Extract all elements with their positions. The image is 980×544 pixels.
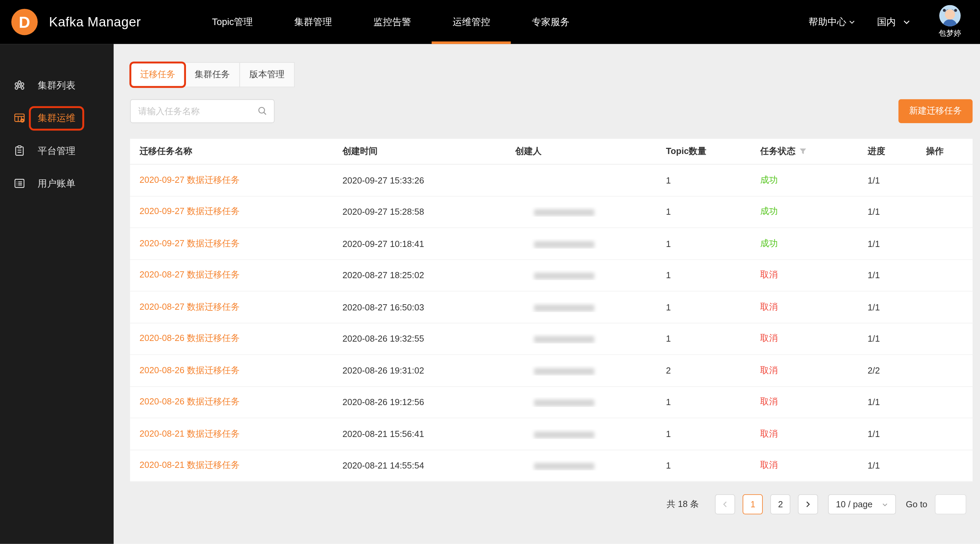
- user-name: 包梦婷: [939, 28, 961, 39]
- nav-item-monitor[interactable]: 监控告警: [353, 0, 432, 44]
- task-name-link[interactable]: 2020-08-21 数据迁移任务: [139, 428, 240, 438]
- task-status: 取消: [760, 333, 778, 343]
- creator-cell: [515, 397, 666, 407]
- table-row: 2020-08-26 数据迁移任务 2020-08-26 19:32:55 1 …: [130, 323, 972, 355]
- topic-count: 1: [666, 397, 760, 407]
- col-task-status: 任务状态: [760, 146, 868, 157]
- sidebar-item-cluster-list[interactable]: 集群列表: [0, 69, 114, 102]
- task-name-link[interactable]: 2020-09-27 数据迁移任务: [139, 174, 240, 184]
- sidebar-item-billing[interactable]: 用户账单: [0, 167, 114, 200]
- progress: 1/1: [868, 429, 926, 439]
- creator-cell: [515, 429, 666, 439]
- created-time: 2020-08-26 19:32:55: [342, 334, 515, 344]
- created-time: 2020-08-21 14:55:54: [342, 461, 515, 471]
- task-name-link[interactable]: 2020-08-26 数据迁移任务: [139, 397, 240, 406]
- sidebar-item-label: 集群运维: [38, 112, 75, 124]
- col-actions: 操作: [926, 146, 972, 157]
- sidebar-item-platform[interactable]: 平台管理: [0, 135, 114, 167]
- region-menu[interactable]: 国内: [877, 16, 911, 28]
- goto-label: Go to: [906, 500, 928, 509]
- task-name-link[interactable]: 2020-09-27 数据迁移任务: [139, 238, 240, 247]
- page-1-button[interactable]: 1: [743, 494, 763, 514]
- chevron-down-icon: [848, 18, 856, 26]
- sidebar-item-cluster-ops[interactable]: 集群运维: [0, 102, 114, 135]
- nav-item-topic[interactable]: Topic管理: [191, 0, 274, 44]
- table-row: 2020-09-27 数据迁移任务 2020-09-27 10:18:41 1 …: [130, 228, 972, 260]
- table-row: 2020-08-21 数据迁移任务 2020-08-21 14:55:54 1 …: [130, 450, 972, 482]
- task-name-link[interactable]: 2020-09-27 数据迁移任务: [139, 206, 240, 216]
- progress: 1/1: [868, 238, 926, 248]
- col-topic-count: Topic数量: [666, 146, 760, 157]
- creator-cell: [515, 207, 666, 217]
- sidebar: 集群列表 集群运维 平台管理: [0, 44, 114, 544]
- task-name-link[interactable]: 2020-08-27 数据迁移任务: [139, 270, 240, 279]
- toolbar: 新建迁移任务: [130, 99, 972, 123]
- topic-count: 1: [666, 238, 760, 248]
- col-creator: 创建人: [515, 146, 666, 157]
- task-name-link[interactable]: 2020-08-26 数据迁移任务: [139, 365, 240, 374]
- created-time: 2020-09-27 10:18:41: [342, 238, 515, 248]
- prev-page-button[interactable]: [715, 494, 735, 514]
- pagination: 共 18 条 1 2 10 / page Go to: [130, 494, 972, 514]
- page-size-select[interactable]: 10 / page: [828, 494, 896, 514]
- tab-cluster-tasks[interactable]: 集群任务: [185, 62, 240, 87]
- task-status: 取消: [760, 428, 778, 438]
- next-page-button[interactable]: [798, 494, 818, 514]
- goto-page-input[interactable]: [935, 494, 967, 514]
- app-title: Kafka Manager: [49, 14, 141, 30]
- app-logo[interactable]: D: [11, 9, 38, 35]
- progress: 1/1: [868, 270, 926, 280]
- created-time: 2020-08-27 18:25:02: [342, 270, 515, 280]
- tab-bar: 迁移任务 集群任务 版本管理: [130, 62, 972, 87]
- creator-cell: [515, 461, 666, 471]
- task-name-link[interactable]: 2020-08-27 数据迁移任务: [139, 301, 240, 311]
- top-nav: Topic管理 集群管理 监控告警 运维管控 专家服务: [191, 0, 590, 44]
- progress: 2/2: [868, 365, 926, 375]
- creator-cell: [515, 334, 666, 344]
- progress: 1/1: [868, 397, 926, 407]
- nav-item-ops[interactable]: 运维管控: [432, 0, 511, 44]
- nav-item-cluster[interactable]: 集群管理: [274, 0, 353, 44]
- task-status: 成功: [760, 206, 778, 216]
- sidebar-item-label: 平台管理: [38, 145, 75, 157]
- task-status: 成功: [760, 238, 778, 247]
- task-status: 取消: [760, 270, 778, 279]
- created-time: 2020-08-26 19:12:56: [342, 397, 515, 407]
- task-status: 取消: [760, 365, 778, 374]
- nav-item-expert[interactable]: 专家服务: [511, 0, 590, 44]
- created-time: 2020-08-21 15:56:41: [342, 429, 515, 439]
- task-name-link[interactable]: 2020-08-21 数据迁移任务: [139, 460, 240, 470]
- filter-icon[interactable]: [799, 147, 807, 155]
- search-icon: [258, 106, 267, 115]
- col-task-name: 迁移任务名称: [139, 146, 342, 157]
- creator-cell: [515, 238, 666, 248]
- billing-icon: [14, 178, 25, 189]
- create-migration-task-button[interactable]: 新建迁移任务: [898, 99, 972, 123]
- sidebar-item-label: 用户账单: [38, 177, 75, 189]
- topic-count: 1: [666, 270, 760, 280]
- app-header: D Kafka Manager Topic管理 集群管理 监控告警 运维管控 专…: [0, 0, 980, 44]
- progress: 1/1: [868, 207, 926, 217]
- creator-cell: [515, 302, 666, 312]
- page-2-button[interactable]: 2: [770, 494, 791, 514]
- cluster-ops-icon: [14, 113, 25, 124]
- topic-count: 1: [666, 175, 760, 185]
- created-time: 2020-09-27 15:33:26: [342, 175, 515, 185]
- task-name-link[interactable]: 2020-08-26 数据迁移任务: [139, 333, 240, 343]
- tab-migration-tasks[interactable]: 迁移任务: [130, 62, 185, 87]
- table-row: 2020-08-21 数据迁移任务 2020-08-21 15:56:41 1 …: [130, 418, 972, 450]
- task-status: 成功: [760, 174, 778, 184]
- col-created-time: 创建时间: [342, 146, 515, 157]
- progress: 1/1: [868, 461, 926, 471]
- help-center-menu[interactable]: 帮助中心: [808, 16, 856, 28]
- app-window: D Kafka Manager Topic管理 集群管理 监控告警 运维管控 专…: [0, 0, 980, 544]
- user-menu[interactable]: 包梦婷: [939, 5, 961, 39]
- cluster-list-icon: [14, 80, 25, 91]
- search-input[interactable]: [130, 99, 275, 123]
- created-time: 2020-08-26 19:31:02: [342, 365, 515, 375]
- main-content: 迁移任务 集群任务 版本管理 新建迁移任务 迁移任务名称 创建时间 创建人 To…: [114, 44, 980, 544]
- created-time: 2020-09-27 15:28:58: [342, 207, 515, 217]
- tab-version-management[interactable]: 版本管理: [240, 62, 295, 87]
- creator-cell: [515, 270, 666, 280]
- progress: 1/1: [868, 175, 926, 185]
